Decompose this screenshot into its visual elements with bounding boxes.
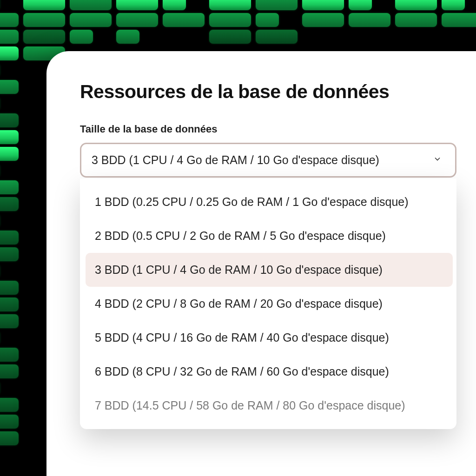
db-size-option[interactable]: 3 BDD (1 CPU / 4 Go de RAM / 10 Go d'esp…: [86, 253, 453, 287]
db-size-dropdown: 1 BDD (0.25 CPU / 0.25 Go de RAM / 1 Go …: [80, 178, 456, 429]
db-size-option[interactable]: 5 BDD (4 CPU / 16 Go de RAM / 40 Go d'es…: [86, 321, 453, 355]
db-size-option[interactable]: 6 BDD (8 CPU / 32 Go de RAM / 60 Go d'es…: [86, 355, 453, 389]
db-size-option[interactable]: 7 BDD (14.5 CPU / 58 Go de RAM / 80 Go d…: [86, 389, 453, 423]
field-label-db-size: Taille de la base de données: [80, 123, 476, 135]
chevron-down-icon: [433, 154, 442, 165]
db-size-option[interactable]: 2 BDD (0.5 CPU / 2 Go de RAM / 5 Go d'es…: [86, 219, 453, 253]
db-size-option[interactable]: 1 BDD (0.25 CPU / 0.25 Go de RAM / 1 Go …: [86, 185, 453, 219]
db-size-select-trigger[interactable]: 3 BDD (1 CPU / 4 Go de RAM / 10 Go d'esp…: [80, 143, 456, 178]
database-resources-card: Ressources de la base de données Taille …: [46, 51, 476, 476]
db-size-selected-value: 3 BDD (1 CPU / 4 Go de RAM / 10 Go d'esp…: [92, 152, 379, 168]
db-size-select[interactable]: 3 BDD (1 CPU / 4 Go de RAM / 10 Go d'esp…: [80, 143, 456, 429]
db-size-option[interactable]: 4 BDD (2 CPU / 8 Go de RAM / 20 Go d'esp…: [86, 287, 453, 321]
page-title: Ressources de la base de données: [80, 81, 476, 103]
